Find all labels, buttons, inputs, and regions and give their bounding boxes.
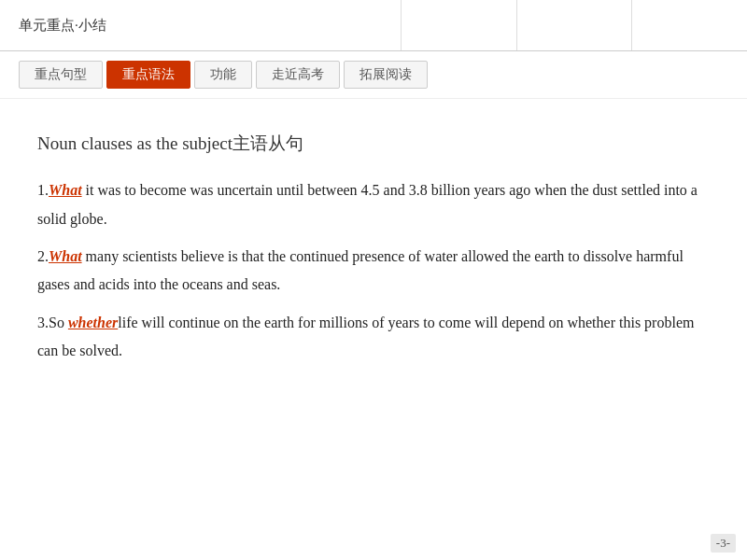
sentence-3-suffix: life will continue on the earth for mill… (37, 315, 694, 358)
page-number: -3- (711, 534, 736, 553)
sentence-3: 3.So whetherlife will continue on the ea… (37, 309, 710, 366)
sentence-1-prefix: 1. (37, 182, 49, 198)
tab-走近高考[interactable]: 走近高考 (256, 61, 340, 89)
header-section-3 (632, 0, 747, 50)
sentence-1-underline: What (49, 182, 82, 198)
sentence-1-suffix: it was to become was uncertain until bet… (37, 182, 698, 226)
sentence-2-prefix: 2. (37, 248, 49, 264)
sentence-2-underline: What (49, 248, 82, 264)
header-section-1 (402, 0, 517, 50)
sentence-1: 1.What it was to become was uncertain un… (37, 176, 710, 233)
header-title-area: 单元重点·小结 (0, 0, 402, 50)
sentence-2-suffix: many scientists believe is that the cont… (37, 248, 684, 292)
section-title: Noun clauses as the subject主语从句 (37, 127, 710, 160)
header-right-sections (402, 0, 747, 50)
tab-拓展阅读[interactable]: 拓展阅读 (344, 61, 428, 89)
sentence-2: 2.What many scientists believe is that t… (37, 243, 710, 300)
tab-重点语法[interactable]: 重点语法 (106, 61, 190, 89)
tabs-bar: 重点句型 重点语法 功能 走近高考 拓展阅读 (0, 51, 747, 99)
header: 单元重点·小结 (0, 0, 747, 51)
tab-重点句型[interactable]: 重点句型 (19, 61, 103, 89)
sentence-3-prefix: 3.So (37, 315, 68, 330)
main-content: Noun clauses as the subject主语从句 1.What i… (0, 99, 747, 393)
sentence-3-underline: whether (68, 315, 118, 330)
header-title: 单元重点·小结 (19, 17, 106, 35)
tab-功能[interactable]: 功能 (194, 61, 252, 89)
header-section-2 (517, 0, 633, 50)
